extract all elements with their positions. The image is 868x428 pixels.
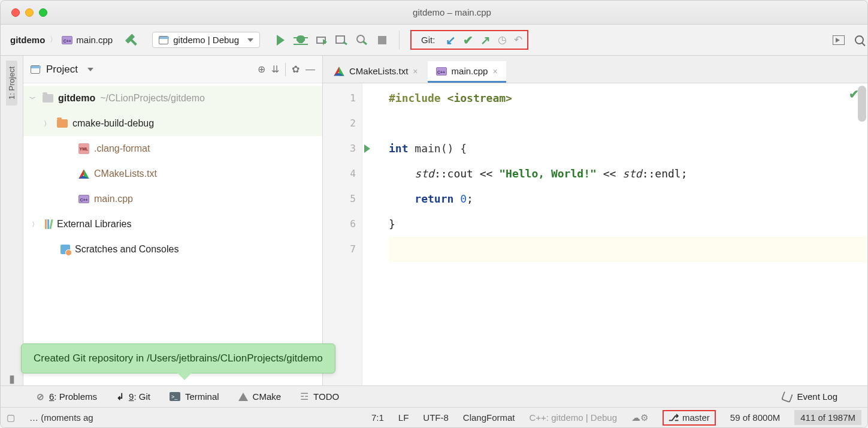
tree-root-path: ~/CLionProjects/gitdemo xyxy=(100,93,205,104)
deployment-icon[interactable]: ☁⚙ xyxy=(631,412,648,423)
zoom-window-button[interactable] xyxy=(39,8,47,17)
close-window-button[interactable] xyxy=(11,8,20,17)
code-area[interactable]: 1 2 3 4 5 6 7 #include <iostream> int ma… xyxy=(323,83,867,385)
tree-folder-build[interactable]: 〉 cmake-build-debug xyxy=(23,111,322,136)
search-everywhere-icon[interactable] xyxy=(851,32,867,49)
breadcrumb-file[interactable]: main.cpp xyxy=(62,35,113,45)
gutter-icons xyxy=(362,83,384,385)
tree-file-main-cpp[interactable]: main.cpp xyxy=(23,186,322,212)
line-number: 7 xyxy=(323,237,356,262)
project-view-title[interactable]: Project xyxy=(46,64,78,76)
editor-tabs: CMakeLists.txt × main.cpp × xyxy=(323,56,867,83)
tree-scratches[interactable]: Scratches and Consoles xyxy=(23,237,322,262)
expand-icon[interactable]: ﹀ xyxy=(29,94,38,103)
tool-label: CMake xyxy=(253,391,282,402)
title-bar: gitdemo – main.cpp xyxy=(1,1,867,25)
tab-label: CMakeLists.txt xyxy=(349,66,408,76)
vcs-push-icon[interactable]: ↗ xyxy=(480,34,491,46)
notification-balloon[interactable]: Created Git repository in /Users/jetbrai… xyxy=(21,343,335,373)
coverage-button[interactable] xyxy=(313,32,329,49)
project-tool-window: Project ⊕ ⇊ ✿ — ﹀ gitdemo ~/CLionProject… xyxy=(23,56,323,385)
attach-button[interactable] xyxy=(353,32,370,49)
tree-root[interactable]: ﹀ gitdemo ~/CLionProjects/gitdemo xyxy=(23,86,322,111)
cmake-tool-button[interactable]: CMake xyxy=(238,391,282,402)
tree-external-libraries[interactable]: 〉 External Libraries xyxy=(23,212,322,237)
toolbar-separator xyxy=(399,31,400,50)
line-number-gutter[interactable]: 1 2 3 4 5 6 7 xyxy=(323,83,362,385)
bottom-toolwindow-bar: 6: Problems 9: Git Terminal CMake TODO E… xyxy=(1,385,867,407)
git-toolbar-label: Git: xyxy=(421,35,435,45)
chevron-down-icon xyxy=(247,38,253,42)
problems-tool-button[interactable]: 6: Problems xyxy=(37,391,97,402)
gear-icon[interactable]: ✿ xyxy=(292,64,300,75)
locate-icon[interactable]: ⊕ xyxy=(258,64,265,75)
close-tab-icon[interactable]: × xyxy=(413,67,418,76)
yml-file-icon xyxy=(78,143,89,154)
file-encoding[interactable]: UTF-8 xyxy=(423,412,449,423)
run-line-marker-icon[interactable] xyxy=(364,144,370,153)
expand-icon[interactable]: 〉 xyxy=(32,220,40,229)
vcs-rollback-icon[interactable]: ↶ xyxy=(514,34,522,46)
app-icon xyxy=(159,36,168,44)
git-icon xyxy=(116,391,124,402)
code-line xyxy=(389,111,867,136)
git-toolbar-highlight: Git: ↙ ✔ ↗ ◷ ↶ xyxy=(410,30,528,50)
bookmarks-tool-icon[interactable]: ▮ xyxy=(9,372,15,385)
line-number: 1 xyxy=(323,86,356,111)
expand-icon[interactable]: 〉 xyxy=(44,119,52,128)
run-configuration-selector[interactable]: gitdemo | Debug xyxy=(152,32,260,48)
vcs-history-icon[interactable]: ◷ xyxy=(498,34,507,46)
code-line: return 0; xyxy=(389,186,867,212)
caret-position[interactable]: 7:1 xyxy=(371,412,384,423)
tree-item-label: Scratches and Consoles xyxy=(75,244,179,255)
run-anything-icon[interactable] xyxy=(830,32,847,49)
event-log-tool-button[interactable]: Event Log xyxy=(782,391,837,402)
chevron-right-icon: 〉 xyxy=(50,35,57,45)
breadcrumb-root[interactable]: gitdemo xyxy=(10,35,45,45)
status-message[interactable]: … (moments ag xyxy=(29,412,93,423)
tree-file-clang-format[interactable]: .clang-format xyxy=(23,136,322,161)
todo-tool-button[interactable]: TODO xyxy=(300,391,339,402)
project-tree[interactable]: ﹀ gitdemo ~/CLionProjects/gitdemo 〉 cmak… xyxy=(23,83,322,385)
line-number: 4 xyxy=(323,161,356,186)
editor-tab-main-cpp[interactable]: main.cpp × xyxy=(428,61,506,83)
editor-tab-cmakelists[interactable]: CMakeLists.txt × xyxy=(325,61,427,83)
line-number: 5 xyxy=(323,186,356,212)
code-text[interactable]: #include <iostream> int main() { std::co… xyxy=(384,83,867,385)
minimize-window-button[interactable] xyxy=(25,8,34,17)
event-log-icon xyxy=(781,390,794,403)
build-icon[interactable] xyxy=(125,32,140,47)
chevron-down-icon[interactable] xyxy=(87,68,93,71)
code-style[interactable]: ClangFormat xyxy=(463,412,515,423)
hide-icon[interactable]: — xyxy=(306,64,315,75)
status-bar-widget-icon[interactable]: ▢ xyxy=(7,412,15,423)
git-tool-button[interactable]: 9: Git xyxy=(116,391,150,402)
run-context[interactable]: C++: gitdemo | Debug xyxy=(530,412,617,423)
tree-file-cmakelists[interactable]: CMakeLists.txt xyxy=(23,161,322,186)
tree-root-name: gitdemo xyxy=(58,93,95,104)
cmake-file-icon xyxy=(334,67,344,76)
vcs-commit-icon[interactable]: ✔ xyxy=(463,34,473,46)
code-line-current xyxy=(389,237,867,262)
stop-button[interactable] xyxy=(374,32,391,49)
memory-indicator-1[interactable]: 59 of 8000M xyxy=(730,412,780,423)
memory-indicator-2[interactable]: 411 of 1987M xyxy=(794,410,861,425)
line-separator[interactable]: LF xyxy=(398,412,409,423)
vcs-update-icon[interactable]: ↙ xyxy=(446,34,456,46)
project-tool-header: Project ⊕ ⇊ ✿ — xyxy=(23,56,322,83)
run-button[interactable] xyxy=(272,32,289,49)
debug-button[interactable] xyxy=(292,32,309,49)
close-tab-icon[interactable]: × xyxy=(492,67,497,76)
collapse-all-icon[interactable]: ⇊ xyxy=(271,64,279,75)
cmake-icon xyxy=(238,393,248,401)
terminal-tool-button[interactable]: Terminal xyxy=(170,391,219,402)
project-tool-tab[interactable]: 1: Project xyxy=(6,61,17,106)
git-branch-highlight[interactable]: master xyxy=(663,410,716,426)
branch-icon xyxy=(669,412,679,423)
profile-button[interactable] xyxy=(333,32,350,49)
tree-item-label: CMakeLists.txt xyxy=(94,168,157,179)
window-title: gitdemo – main.cpp xyxy=(47,7,857,17)
branch-name: master xyxy=(682,412,710,423)
line-number: 6 xyxy=(323,212,356,237)
vertical-scrollbar[interactable] xyxy=(858,86,866,122)
